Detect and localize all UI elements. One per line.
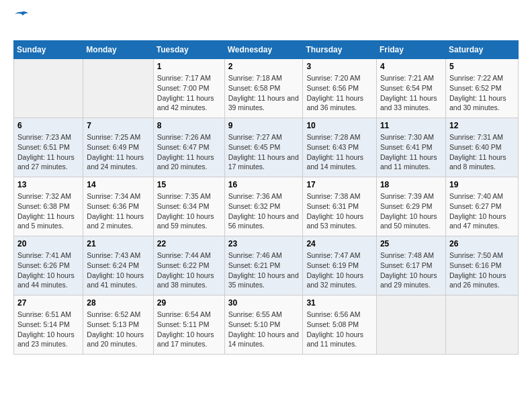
day-info: Sunrise: 7:35 AM Sunset: 6:34 PM Dayligh…: [157, 191, 221, 231]
day-number: 11: [380, 121, 442, 130]
day-number: 26: [449, 239, 515, 248]
page-header: [13, 13, 519, 30]
calendar-header-row: SundayMondayTuesdayWednesdayThursdayFrid…: [14, 41, 519, 59]
day-number: 21: [87, 239, 149, 248]
calendar-cell: 3Sunrise: 7:20 AM Sunset: 6:56 PM Daylig…: [303, 59, 377, 118]
calendar-cell: 25Sunrise: 7:48 AM Sunset: 6:17 PM Dayli…: [376, 236, 445, 295]
day-info: Sunrise: 7:43 AM Sunset: 6:24 PM Dayligh…: [87, 250, 149, 290]
day-info: Sunrise: 7:18 AM Sunset: 6:58 PM Dayligh…: [228, 73, 300, 113]
day-number: 27: [17, 298, 79, 308]
calendar-cell: [14, 59, 83, 118]
calendar-cell: 15Sunrise: 7:35 AM Sunset: 6:34 PM Dayli…: [153, 177, 224, 236]
day-info: Sunrise: 7:36 AM Sunset: 6:32 PM Dayligh…: [228, 191, 300, 231]
day-number: 12: [449, 121, 515, 130]
calendar-cell: 8Sunrise: 7:26 AM Sunset: 6:47 PM Daylig…: [153, 118, 224, 177]
day-number: 29: [157, 298, 221, 308]
day-number: 25: [380, 239, 442, 248]
day-number: 1: [157, 62, 221, 71]
calendar-week-row: 20Sunrise: 7:41 AM Sunset: 6:26 PM Dayli…: [14, 236, 519, 295]
day-info: Sunrise: 6:55 AM Sunset: 5:10 PM Dayligh…: [228, 310, 300, 349]
calendar-cell: 17Sunrise: 7:38 AM Sunset: 6:31 PM Dayli…: [303, 177, 377, 236]
day-info: Sunrise: 7:41 AM Sunset: 6:26 PM Dayligh…: [17, 250, 79, 290]
header-tuesday: Tuesday: [153, 41, 224, 59]
calendar-cell: 28Sunrise: 6:52 AM Sunset: 5:13 PM Dayli…: [83, 295, 153, 355]
calendar-cell: 14Sunrise: 7:34 AM Sunset: 6:36 PM Dayli…: [83, 177, 153, 236]
day-info: Sunrise: 7:44 AM Sunset: 6:22 PM Dayligh…: [157, 250, 221, 290]
day-info: Sunrise: 7:26 AM Sunset: 6:47 PM Dayligh…: [157, 132, 221, 172]
day-info: Sunrise: 7:40 AM Sunset: 6:27 PM Dayligh…: [449, 191, 515, 231]
calendar-cell: 31Sunrise: 6:56 AM Sunset: 5:08 PM Dayli…: [303, 295, 377, 355]
calendar-cell: 7Sunrise: 7:25 AM Sunset: 6:49 PM Daylig…: [83, 118, 153, 177]
day-info: Sunrise: 7:50 AM Sunset: 6:16 PM Dayligh…: [449, 250, 515, 290]
calendar-cell: 22Sunrise: 7:44 AM Sunset: 6:22 PM Dayli…: [153, 236, 224, 295]
day-info: Sunrise: 7:23 AM Sunset: 6:51 PM Dayligh…: [17, 132, 79, 172]
day-info: Sunrise: 7:48 AM Sunset: 6:17 PM Dayligh…: [380, 250, 442, 290]
day-number: 2: [228, 62, 300, 71]
calendar-table: SundayMondayTuesdayWednesdayThursdayFrid…: [13, 40, 519, 355]
day-info: Sunrise: 7:47 AM Sunset: 6:19 PM Dayligh…: [306, 250, 373, 290]
calendar-cell: 5Sunrise: 7:22 AM Sunset: 6:52 PM Daylig…: [445, 59, 518, 118]
logo-bird-icon: [15, 11, 28, 20]
calendar-week-row: 27Sunrise: 6:51 AM Sunset: 5:14 PM Dayli…: [14, 295, 519, 355]
header-monday: Monday: [83, 41, 153, 59]
day-number: 18: [380, 180, 442, 189]
calendar-cell: 4Sunrise: 7:21 AM Sunset: 6:54 PM Daylig…: [376, 59, 445, 118]
calendar-cell: 1Sunrise: 7:17 AM Sunset: 7:00 PM Daylig…: [153, 59, 224, 118]
day-number: 20: [17, 239, 79, 248]
calendar-cell: [445, 295, 518, 355]
day-number: 22: [157, 239, 221, 248]
calendar-cell: 6Sunrise: 7:23 AM Sunset: 6:51 PM Daylig…: [14, 118, 83, 177]
day-info: Sunrise: 6:52 AM Sunset: 5:13 PM Dayligh…: [87, 310, 149, 349]
calendar-week-row: 1Sunrise: 7:17 AM Sunset: 7:00 PM Daylig…: [14, 59, 519, 118]
day-number: 9: [228, 121, 300, 130]
header-sunday: Sunday: [14, 41, 83, 59]
day-number: 13: [17, 180, 79, 189]
calendar-cell: 16Sunrise: 7:36 AM Sunset: 6:32 PM Dayli…: [224, 177, 303, 236]
day-number: 16: [228, 180, 300, 189]
header-saturday: Saturday: [445, 41, 518, 59]
day-info: Sunrise: 6:51 AM Sunset: 5:14 PM Dayligh…: [17, 310, 79, 349]
calendar-cell: 13Sunrise: 7:32 AM Sunset: 6:38 PM Dayli…: [14, 177, 83, 236]
calendar-week-row: 13Sunrise: 7:32 AM Sunset: 6:38 PM Dayli…: [14, 177, 519, 236]
calendar-cell: 30Sunrise: 6:55 AM Sunset: 5:10 PM Dayli…: [224, 295, 303, 355]
day-number: 6: [17, 121, 79, 130]
day-number: 15: [157, 180, 221, 189]
day-info: Sunrise: 6:56 AM Sunset: 5:08 PM Dayligh…: [306, 310, 373, 349]
day-info: Sunrise: 7:25 AM Sunset: 6:49 PM Dayligh…: [87, 132, 149, 172]
day-info: Sunrise: 7:34 AM Sunset: 6:36 PM Dayligh…: [87, 191, 149, 231]
calendar-cell: 2Sunrise: 7:18 AM Sunset: 6:58 PM Daylig…: [224, 59, 303, 118]
day-info: Sunrise: 7:21 AM Sunset: 6:54 PM Dayligh…: [380, 73, 442, 113]
day-info: Sunrise: 7:46 AM Sunset: 6:21 PM Dayligh…: [228, 250, 300, 290]
day-info: Sunrise: 7:28 AM Sunset: 6:43 PM Dayligh…: [306, 132, 373, 172]
calendar-cell: [83, 59, 153, 118]
day-info: Sunrise: 7:22 AM Sunset: 6:52 PM Dayligh…: [449, 73, 515, 113]
calendar-cell: 27Sunrise: 6:51 AM Sunset: 5:14 PM Dayli…: [14, 295, 83, 355]
day-info: Sunrise: 7:30 AM Sunset: 6:41 PM Dayligh…: [380, 132, 442, 172]
day-info: Sunrise: 6:54 AM Sunset: 5:11 PM Dayligh…: [157, 310, 221, 349]
calendar-cell: 19Sunrise: 7:40 AM Sunset: 6:27 PM Dayli…: [445, 177, 518, 236]
day-info: Sunrise: 7:20 AM Sunset: 6:56 PM Dayligh…: [306, 73, 373, 113]
day-number: 14: [87, 180, 149, 189]
calendar-cell: 20Sunrise: 7:41 AM Sunset: 6:26 PM Dayli…: [14, 236, 83, 295]
calendar-cell: 26Sunrise: 7:50 AM Sunset: 6:16 PM Dayli…: [445, 236, 518, 295]
day-info: Sunrise: 7:32 AM Sunset: 6:38 PM Dayligh…: [17, 191, 79, 231]
day-number: 17: [306, 180, 373, 189]
day-info: Sunrise: 7:31 AM Sunset: 6:40 PM Dayligh…: [449, 132, 515, 172]
day-number: 24: [306, 239, 373, 248]
calendar-cell: 10Sunrise: 7:28 AM Sunset: 6:43 PM Dayli…: [303, 118, 377, 177]
day-info: Sunrise: 7:38 AM Sunset: 6:31 PM Dayligh…: [306, 191, 373, 231]
calendar-week-row: 6Sunrise: 7:23 AM Sunset: 6:51 PM Daylig…: [14, 118, 519, 177]
calendar-cell: 21Sunrise: 7:43 AM Sunset: 6:24 PM Dayli…: [83, 236, 153, 295]
day-number: 30: [228, 298, 300, 308]
header-wednesday: Wednesday: [224, 41, 303, 59]
calendar-cell: 9Sunrise: 7:27 AM Sunset: 6:45 PM Daylig…: [224, 118, 303, 177]
calendar-cell: 29Sunrise: 6:54 AM Sunset: 5:11 PM Dayli…: [153, 295, 224, 355]
calendar-cell: 12Sunrise: 7:31 AM Sunset: 6:40 PM Dayli…: [445, 118, 518, 177]
header-friday: Friday: [376, 41, 445, 59]
calendar-cell: 24Sunrise: 7:47 AM Sunset: 6:19 PM Dayli…: [303, 236, 377, 295]
day-number: 23: [228, 239, 300, 248]
day-number: 28: [87, 298, 149, 308]
day-number: 19: [449, 180, 515, 189]
day-number: 8: [157, 121, 221, 130]
logo: [13, 13, 28, 30]
